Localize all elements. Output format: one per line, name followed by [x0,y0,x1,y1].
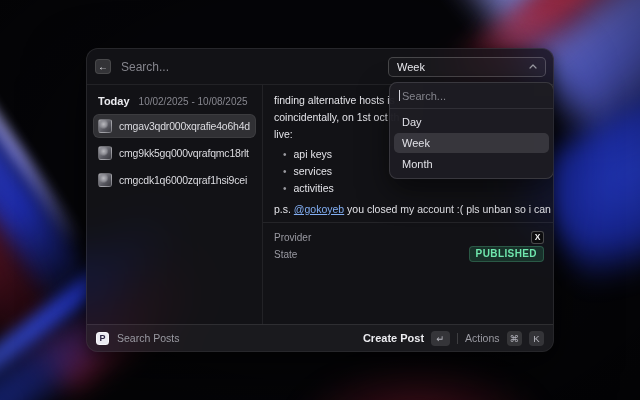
bullet-dot-icon: • [283,146,287,163]
bullet-text: activities [294,180,334,197]
cmd-keycap-icon: ⌘ [507,331,523,346]
date-row: Today 10/02/2025 - 10/08/2025 [93,91,256,114]
bullet-dot-icon: • [283,163,287,180]
published-status-badge: PUBLISHED [469,246,544,262]
post-id-label: cmgav3qdr000xqrafie4o6h4d [119,120,250,132]
post-thumbnail [98,173,112,187]
footer-divider [457,333,458,344]
provider-label: Provider [274,232,311,243]
chevron-up-icon [529,64,537,69]
range-dropdown: Search... Day Week Month [389,82,554,179]
bullet-text: services [294,163,333,180]
back-button[interactable]: ← [95,59,111,74]
post-id-label: cmgcdk1q6000zqraf1hsi9cei [119,174,247,186]
dropdown-option-day[interactable]: Day [394,112,549,132]
search-posts-dialog: ← Search... Week Today 10/02/2025 - 10/0… [86,48,554,352]
range-select[interactable]: Week [388,57,546,77]
group-label-today: Today [98,95,130,107]
state-label: State [274,249,297,260]
post-list-sidebar: Today 10/02/2025 - 10/08/2025 cmgav3qdr0… [87,85,263,324]
post-list-item[interactable]: cmgav3qdr000xqrafie4o6h4d [93,114,256,138]
mention-link[interactable]: @gokoyeb [294,203,344,215]
text-cursor [399,90,400,101]
bullet-dot-icon: • [283,180,287,197]
ps-line: p.s. @gokoyeb you closed my account :( p… [274,201,545,218]
post-thumbnail [98,146,112,160]
ps-rest: you closed my account :( pls unban so i … [344,203,551,215]
dropdown-option-month[interactable]: Month [394,154,549,174]
footer-bar: P Search Posts Create Post ↵ Actions ⌘ K [87,324,553,351]
dropdown-option-week[interactable]: Week [394,133,549,153]
post-meta-section: Provider X State PUBLISHED [263,222,553,263]
dropdown-search-input[interactable]: Search... [390,83,553,109]
enter-keycap-icon: ↵ [431,331,450,346]
dropdown-search-placeholder: Search... [402,90,446,102]
app-name-label: Search Posts [117,332,179,344]
actions-button[interactable]: Actions [465,332,499,344]
date-range: 10/02/2025 - 10/08/2025 [139,96,248,107]
bullet-item: • activities [274,180,545,197]
ps-prefix: p.s. [274,203,294,215]
state-row: State PUBLISHED [274,246,544,262]
post-thumbnail [98,119,112,133]
app-logo-icon: P [96,332,109,345]
post-list-item[interactable]: cmgcdk1q6000zqraf1hsi9cei [93,168,256,192]
k-keycap-icon: K [529,331,544,346]
dropdown-options: Day Week Month [390,109,553,178]
post-list-item[interactable]: cmg9kk5gq000vqrafqmc18rlt [93,141,256,165]
range-select-value: Week [397,61,425,73]
create-post-button[interactable]: Create Post [363,332,424,344]
arrow-left-icon: ← [98,62,108,72]
post-id-label: cmg9kk5gq000vqrafqmc18rlt [119,147,249,159]
provider-row: Provider X [274,229,544,245]
dialog-header: ← Search... Week [87,49,553,85]
bullet-text: api keys [294,146,333,163]
footer-actions: Create Post ↵ Actions ⌘ K [363,331,544,346]
global-search-input[interactable]: Search... [121,60,388,74]
x-logo-icon: X [531,231,544,244]
